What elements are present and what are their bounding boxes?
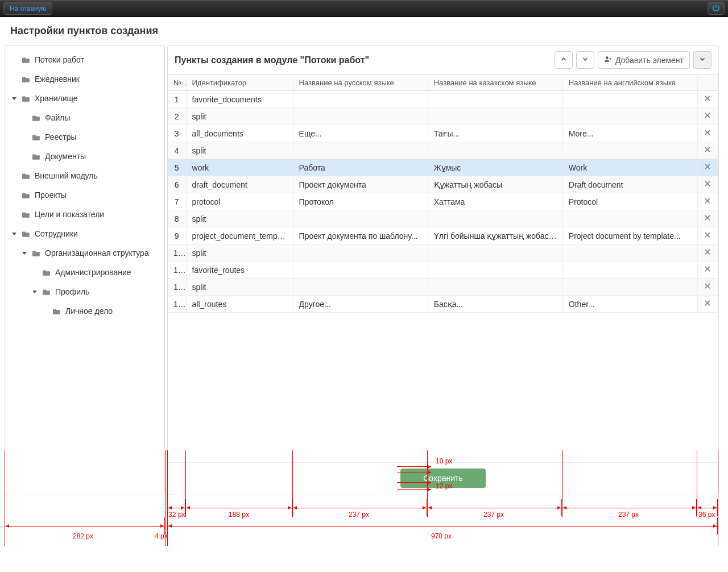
folder-icon bbox=[32, 134, 40, 140]
close-icon bbox=[704, 94, 712, 104]
cell-id: all_routes bbox=[186, 296, 293, 313]
table-row[interactable]: 2split bbox=[168, 108, 718, 125]
delete-button[interactable] bbox=[704, 197, 712, 206]
sidebar-item[interactable]: Документы bbox=[5, 147, 164, 166]
table-row[interactable]: 9project_document_templateПроект докумен… bbox=[168, 227, 718, 244]
cell-en: Project document by template... bbox=[562, 227, 697, 244]
delete-button[interactable] bbox=[704, 129, 712, 138]
folder-icon bbox=[22, 95, 30, 102]
cell-delete bbox=[697, 193, 718, 210]
cell-delete bbox=[697, 279, 718, 296]
table-row[interactable]: 3all_documentsЕще...Тағы...More... bbox=[168, 125, 718, 142]
home-link[interactable]: На главную bbox=[3, 2, 52, 15]
move-up-button[interactable] bbox=[555, 51, 573, 69]
cell-id: favorite_routes bbox=[186, 262, 293, 279]
sidebar-item[interactable]: Администрирование bbox=[5, 263, 164, 282]
cell-num: 3 bbox=[168, 125, 186, 142]
sidebar-item[interactable]: Профиль bbox=[5, 282, 164, 301]
table-row[interactable]: 5workРаботаЖұмысWork bbox=[168, 159, 718, 176]
delete-button[interactable] bbox=[704, 94, 712, 104]
col-header-id[interactable]: Идентификатор bbox=[186, 75, 293, 91]
close-icon bbox=[704, 197, 712, 206]
add-element-label: Добавить элемент bbox=[615, 56, 684, 65]
cell-kk: Хаттама bbox=[428, 193, 562, 210]
delete-button[interactable] bbox=[704, 248, 712, 258]
sidebar-item[interactable]: Ежедневник bbox=[5, 69, 164, 89]
move-down-button[interactable] bbox=[576, 51, 594, 69]
sidebar-item[interactable]: Хранилище bbox=[5, 89, 164, 108]
sidebar-item[interactable]: Сотрудники bbox=[5, 224, 164, 243]
sidebar-item[interactable]: Цели и показатели bbox=[5, 205, 164, 224]
cell-num: 5 bbox=[168, 159, 186, 176]
table-row[interactable]: 8split bbox=[168, 210, 718, 227]
cell-kk bbox=[428, 279, 562, 296]
table-row[interactable]: 6draft_documentПроект документаҚұжаттың … bbox=[168, 176, 718, 193]
table-row[interactable]: 10split bbox=[168, 244, 718, 262]
table-row[interactable]: 12split bbox=[168, 279, 718, 296]
sidebar-item-label: Личное дело bbox=[65, 306, 113, 316]
folder-icon bbox=[22, 76, 30, 82]
sidebar-item[interactable]: Реестры bbox=[5, 127, 164, 147]
delete-button[interactable] bbox=[704, 180, 712, 189]
power-button[interactable] bbox=[708, 2, 725, 15]
cell-id: work bbox=[186, 159, 293, 176]
save-button[interactable]: Сохранить bbox=[400, 469, 486, 488]
sidebar-item[interactable]: Потоки работ bbox=[5, 50, 164, 69]
table-row[interactable]: 4split bbox=[168, 142, 718, 159]
main-panel: Пункты создания в модуле "Потоки работ" bbox=[167, 45, 719, 495]
delete-button[interactable] bbox=[704, 146, 712, 155]
power-icon bbox=[712, 3, 721, 14]
cell-en: Other... bbox=[562, 296, 697, 313]
sidebar-item[interactable]: Файлы bbox=[5, 108, 164, 127]
col-header-del bbox=[697, 75, 718, 91]
delete-button[interactable] bbox=[704, 214, 712, 223]
cell-kk bbox=[428, 142, 562, 159]
sidebar-item[interactable]: Внешний модуль bbox=[5, 166, 164, 185]
sidebar-item-label: Хранилище bbox=[35, 94, 78, 103]
col-header-en[interactable]: Название на английском языке bbox=[562, 75, 697, 91]
table-row[interactable]: 11favorite_routes bbox=[168, 262, 718, 279]
content: Потоки работЕжедневникХранилищеФайлыРеес… bbox=[0, 45, 728, 495]
cell-num: 8 bbox=[168, 210, 186, 227]
cell-delete bbox=[697, 227, 718, 244]
close-icon bbox=[704, 180, 712, 189]
table-row[interactable]: 1favorite_documents bbox=[168, 91, 718, 108]
sidebar-item[interactable]: Личное дело bbox=[5, 301, 164, 321]
dropdown-button[interactable] bbox=[693, 51, 712, 69]
sidebar-item[interactable]: Проекты bbox=[5, 185, 164, 205]
cell-en bbox=[562, 244, 697, 262]
folder-icon bbox=[43, 269, 51, 276]
cell-kk bbox=[428, 91, 562, 108]
cell-kk: Басқа... bbox=[428, 296, 562, 313]
cell-en bbox=[562, 262, 697, 279]
delete-button[interactable] bbox=[704, 111, 712, 121]
sidebar-item[interactable]: Организационная структура bbox=[5, 243, 164, 263]
delete-button[interactable] bbox=[704, 163, 712, 172]
close-icon bbox=[704, 129, 712, 138]
add-element-button[interactable]: Добавить элемент bbox=[598, 51, 690, 69]
cell-kk bbox=[428, 108, 562, 125]
delete-button[interactable] bbox=[704, 265, 712, 275]
col-header-ru[interactable]: Название на русском языке bbox=[293, 75, 428, 91]
sidebar-item-label: Цели и показатели bbox=[35, 210, 104, 219]
page-title: Настройки пунктов создания bbox=[0, 17, 728, 45]
main-title: Пункты создания в модуле "Потоки работ" bbox=[175, 55, 369, 65]
table-row[interactable]: 7protocolПротоколХаттамаProtocol bbox=[168, 193, 718, 210]
delete-button[interactable] bbox=[704, 282, 712, 292]
svg-point-0 bbox=[606, 56, 609, 59]
cell-id: favorite_documents bbox=[186, 91, 293, 108]
folder-icon bbox=[53, 308, 61, 314]
col-header-kk[interactable]: Название на казахском языке bbox=[428, 75, 562, 91]
delete-button[interactable] bbox=[704, 231, 712, 241]
delete-button[interactable] bbox=[704, 299, 712, 309]
caret-icon bbox=[12, 233, 16, 235]
topbar: На главную bbox=[0, 0, 728, 17]
cell-num: 11 bbox=[168, 262, 186, 279]
sidebar-item-label: Документы bbox=[45, 152, 86, 161]
cell-ru bbox=[293, 262, 428, 279]
items-table: № Идентификатор Название на русском язык… bbox=[168, 75, 718, 313]
cell-en bbox=[562, 91, 697, 108]
table-row[interactable]: 13all_routesДругое...Басқа...Other... bbox=[168, 296, 718, 313]
close-icon bbox=[704, 214, 712, 223]
col-header-num[interactable]: № bbox=[168, 75, 186, 91]
